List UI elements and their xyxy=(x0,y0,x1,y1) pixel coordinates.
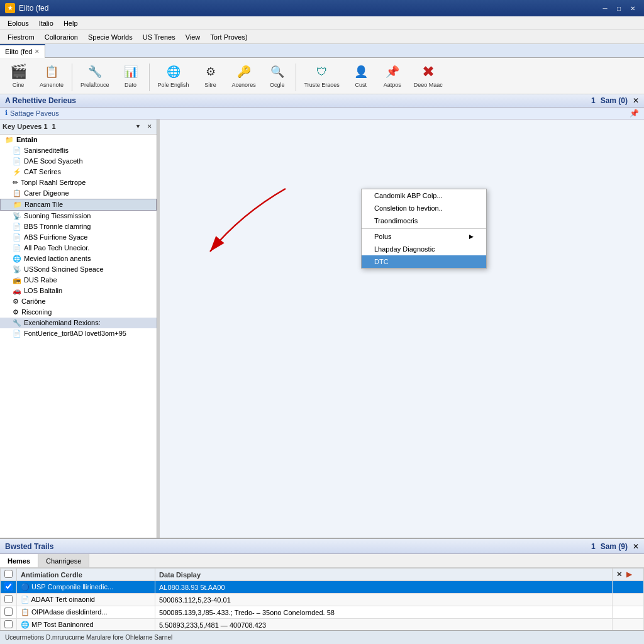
ctx-traondimocris[interactable]: Traondimocris xyxy=(362,214,486,227)
truste-icon: 🛡 xyxy=(313,63,331,80)
toolbar-pole-english[interactable]: 🌐 Pole English xyxy=(153,60,194,91)
toolbar-truste[interactable]: 🛡 Truste Eraoes xyxy=(300,60,344,91)
table-row-0[interactable]: 🔵 USP Componile llirinedic... AL080.38.9… xyxy=(1,581,644,594)
cust-icon: 👤 xyxy=(352,63,370,80)
tab-eiito[interactable]: Eiito (fed ✕ xyxy=(0,44,45,58)
tree-item-0[interactable]: 📄 Sanisnediteflis xyxy=(0,145,157,156)
bottom-tabs: Hemes Chanrigese xyxy=(0,554,644,568)
tree-item-13[interactable]: 🚗 LOS Baltalin xyxy=(0,286,157,296)
ctx-polus[interactable]: Polus ▶ xyxy=(362,230,486,243)
tree-item-label-8: ABS Fuirfione Syace xyxy=(24,233,88,241)
tree-item-icon-5: 📁 xyxy=(13,201,22,209)
toolbar-prelaftouce[interactable]: 🔧 Prelaftouce xyxy=(76,60,114,91)
panel-close-icon[interactable]: ✕ xyxy=(145,123,154,130)
tree-item-9[interactable]: 📄 All Pao Tech Unecior. xyxy=(0,243,157,253)
section-close-button[interactable]: ✕ xyxy=(633,96,639,105)
tree-item-11[interactable]: 📡 USSond Sincined Speace xyxy=(0,264,157,275)
tree-item-icon-14: ⚙ xyxy=(13,297,19,306)
right-panel: Candomik ABP Colp... Consletion to hevti… xyxy=(160,119,644,538)
toolbar-cine[interactable]: 🎬 Cine xyxy=(4,60,33,91)
row-check-2[interactable] xyxy=(1,606,17,619)
toolbar-deeo-maac[interactable]: ✖ Deeo Maac xyxy=(409,60,447,91)
toolbar-dato[interactable]: 📊 Dato xyxy=(116,60,145,91)
row-data-1: 500063.112,5,23-40.01 xyxy=(155,594,613,606)
cust-label: Cust xyxy=(355,82,367,89)
tree-item-4[interactable]: 📋 Carer Digeone xyxy=(0,188,157,199)
menu-collorarion[interactable]: Collorarion xyxy=(40,32,83,42)
table-row-1[interactable]: 📄 ADAAT Tert oinaonid 500063.112,5,23-40… xyxy=(1,594,644,606)
close-button[interactable]: ✕ xyxy=(626,3,639,14)
ctx-candomik[interactable]: Candomik ABP Colp... xyxy=(362,189,486,202)
row-check-3[interactable] xyxy=(1,619,17,631)
menu-italio[interactable]: Italio xyxy=(34,18,58,28)
tree-item-17[interactable]: 📄 FontUerice_tor8AD lovetl3om+95 xyxy=(0,328,157,339)
tree-item-15[interactable]: ⚙ Risconing xyxy=(0,307,157,318)
tree-item-2[interactable]: ⚡ CAT Serires xyxy=(0,167,157,177)
tree-item-icon-12: 📻 xyxy=(13,276,21,284)
context-menu: Candomik ABP Colp... Consletion to hevti… xyxy=(361,189,487,269)
maximize-button[interactable]: □ xyxy=(613,3,625,14)
tree-item-7[interactable]: 📄 BBS Tronnle clamring xyxy=(0,221,157,232)
menu-fiestrom[interactable]: Fiestrom xyxy=(3,32,40,42)
menu-help[interactable]: Help xyxy=(58,18,83,28)
tree-item-label-15: Risconing xyxy=(21,308,52,316)
tree-item-6[interactable]: 📡 Suoning Tiessmission xyxy=(0,211,157,221)
tab-close-icon[interactable]: ✕ xyxy=(35,48,40,55)
menu-tort-proves[interactable]: Tort Proves) xyxy=(205,32,252,42)
panel-title: Key Upeves 1 1 xyxy=(3,123,56,130)
tree-container[interactable]: 📁 Entain 📄 Sanisnediteflis 📄 DAE Scod Sy… xyxy=(0,135,157,538)
menu-bar: Eolous Italio Help xyxy=(0,16,644,30)
toolbar-cust[interactable]: 👤 Cust xyxy=(347,60,375,91)
tree-item-5[interactable]: 📁 Rancam Tile xyxy=(0,199,157,211)
ctx-dtc[interactable]: DTC xyxy=(362,255,486,268)
tree-item-icon-16: 🔧 xyxy=(13,319,21,327)
tab-hemes-label: Hemes xyxy=(8,557,30,565)
tree-item-14[interactable]: ⚙ Cariône xyxy=(0,296,157,307)
col-action-close[interactable]: ✕ xyxy=(616,570,622,578)
tree-item-12[interactable]: 📻 DUS Rabe xyxy=(0,275,157,286)
tree-root-label: Entain xyxy=(16,136,38,143)
toolbar-sitre[interactable]: ⚙ Sitre xyxy=(196,60,225,91)
ctx-consletion[interactable]: Consletion to hevtion.. xyxy=(362,202,486,214)
menu-eolous[interactable]: Eolous xyxy=(3,18,34,28)
table-row-2[interactable]: 📋 OlPlAdase diesldinterd... 500085.139,3… xyxy=(1,606,644,619)
ctx-consletion-label: Consletion to hevtion.. xyxy=(374,204,443,212)
tree-item-10[interactable]: 🌐 Mevied laction anents xyxy=(0,253,157,264)
select-all-checkbox[interactable] xyxy=(4,570,13,578)
tree-item-icon-17: 📄 xyxy=(13,330,21,338)
table-row-3[interactable]: 🌐 MP Tost Baninonred 5.50893,233,5,/481 … xyxy=(1,619,644,631)
tree-item-icon-9: 📄 xyxy=(13,244,21,252)
tab-hemes[interactable]: Hemes xyxy=(0,554,38,567)
tree-item-label-1: DAE Scod Syaceth xyxy=(24,157,83,165)
tree-item-icon-8: 📄 xyxy=(13,233,21,242)
menu-specie-worlds[interactable]: Specie Worlds xyxy=(83,32,138,42)
row-name-0: 🔵 USP Componile llirinedic... xyxy=(17,581,155,594)
panel-dropdown[interactable]: ▼ xyxy=(133,123,143,130)
tree-item-8[interactable]: 📄 ABS Fuirfione Syace xyxy=(0,232,157,243)
tab-chanrigese[interactable]: Chanrigese xyxy=(38,554,89,567)
secondary-menu-bar: Fiestrom Collorarion Specie Worlds US Tr… xyxy=(0,30,644,44)
col-action-nav[interactable]: ▶ xyxy=(626,570,631,578)
minimize-button[interactable]: ─ xyxy=(599,3,611,14)
ctx-lhapday[interactable]: Lhapday Diagnostic xyxy=(362,243,486,255)
row-check-1[interactable] xyxy=(1,594,17,606)
section-title: A Rehettive Derieus xyxy=(5,96,76,105)
ctx-lhapday-label: Lhapday Diagnostic xyxy=(374,245,435,253)
menu-view[interactable]: View xyxy=(180,32,206,42)
row-check-0[interactable] xyxy=(1,581,17,594)
toolbar-aatpos[interactable]: 📌 Aatpos xyxy=(378,60,407,91)
title-bar: ★ Eiito (fed ─ □ ✕ xyxy=(0,0,644,16)
tree-item-16[interactable]: 🔧 Exeniohemiand Rexions: xyxy=(0,318,157,328)
tree-item-1[interactable]: 📄 DAE Scod Syaceth xyxy=(0,156,157,167)
tree-item-icon-11: 📡 xyxy=(13,265,21,274)
menu-us-trenes[interactable]: US Trenes xyxy=(138,32,180,42)
toolbar-acenores[interactable]: 🔑 Acenores xyxy=(228,60,260,91)
col-header-name: Antimiation Cerdle xyxy=(17,569,155,581)
toolbar-sep-2 xyxy=(149,64,150,91)
tree-root[interactable]: 📁 Entain xyxy=(0,135,157,145)
bottom-close-button[interactable]: ✕ xyxy=(633,542,639,551)
tree-item-3[interactable]: ✏ Tonpl Raahl Sertrope xyxy=(0,177,157,188)
toolbar-asnenote[interactable]: 📋 Asnenote xyxy=(35,60,68,91)
status-text: Uceurrnetions D.mrurucurne Marulare fore… xyxy=(5,634,172,641)
toolbar-ocgle[interactable]: 🔍 Ocgle xyxy=(263,60,292,91)
